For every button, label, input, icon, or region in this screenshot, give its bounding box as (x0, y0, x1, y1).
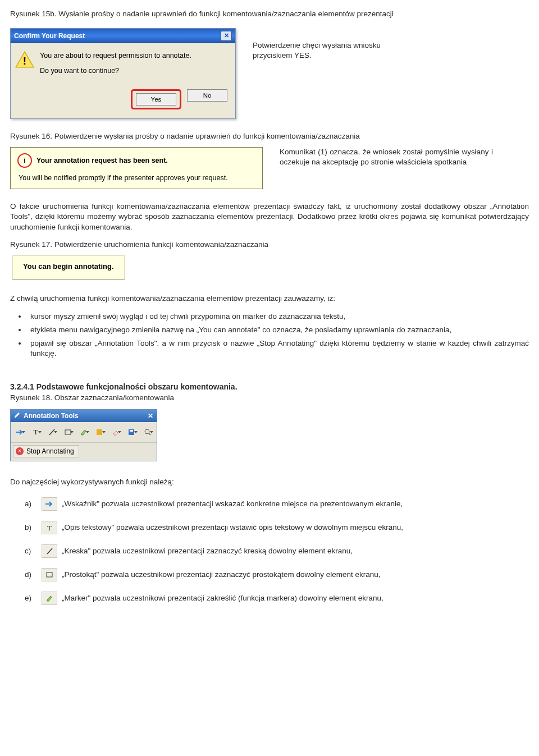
tools-row: T (11, 422, 157, 443)
stop-icon: × (16, 447, 24, 455)
yes-highlight: Yes (131, 89, 181, 109)
function-list: a) „Wskaźnik" pozwala uczestnikowi preze… (10, 497, 529, 605)
yes-button[interactable]: Yes (136, 93, 176, 106)
save-tool-icon[interactable] (124, 424, 139, 440)
dialog-text: You are about to request permission to a… (40, 51, 191, 81)
func-d: d) „Prostokąt" pozwala uczestnikowi prez… (25, 568, 529, 581)
no-button[interactable]: No (187, 89, 227, 102)
info-tooltip: i Your annotation request has been sent.… (10, 147, 263, 189)
text-e: „Marker" pozwala uczestnikowi prezentacj… (62, 593, 383, 603)
line-icon (42, 544, 57, 558)
paragraph-najcz: Do najczęściej wykorzystywanych funkcji … (10, 477, 529, 487)
eraser-tool-icon[interactable] (108, 424, 124, 440)
aside-text-2: Komunikat (1) oznacza, że wniosek został… (280, 147, 493, 167)
warning-icon: ! (15, 51, 34, 68)
func-b: b) T „Opis tekstowy" pozwala uczestnikow… (25, 521, 529, 534)
func-c: c) „Kreska" pozwala uczestnikowi prezent… (25, 544, 529, 558)
pointer-tool-icon[interactable] (12, 424, 28, 440)
text-b: „Opis tekstowy" pozwala uczestnikowi pre… (62, 523, 403, 533)
row-dialog-aside: Confirm Your Request ✕ ! You are about t… (10, 25, 529, 119)
svg-line-8 (149, 433, 150, 435)
label-d: d) (25, 570, 37, 580)
aside1-l2: przyciskiem YES. (253, 51, 312, 59)
dialog-line1: You are about to request permission to a… (40, 51, 191, 61)
dialog-line2: Do you want to continue? (40, 66, 191, 76)
highlighter-tool-icon[interactable] (76, 424, 92, 440)
svg-rect-3 (65, 430, 71, 434)
text-d: „Prostokąt" pozwala uczestnikowi prezent… (62, 570, 381, 580)
label-c: c) (25, 546, 37, 556)
zoom-tool-icon[interactable] (140, 424, 156, 440)
text-icon: T (42, 521, 57, 534)
caption-18: Rysunek 18. Obszar zaznaczania/komentowa… (10, 393, 529, 403)
pointer-icon (42, 497, 57, 511)
rectangle-tool-icon[interactable] (60, 424, 75, 440)
aside-text-1: Potwierdzenie chęci wysłania wniosku prz… (253, 25, 381, 61)
svg-rect-6 (130, 430, 133, 432)
bullet-1: kursor myszy zmienił swój wygląd i od te… (27, 311, 529, 322)
info-header: Your annotation request has been sent. (36, 156, 168, 166)
caption-16: Rysunek 16. Potwierdzenie wysłania prośb… (10, 131, 529, 141)
stop-annotating-button[interactable]: × Stop Annotating (13, 445, 79, 457)
func-a: a) „Wskaźnik" pozwala uczestnikowi preze… (25, 497, 529, 511)
info-icon: i (24, 156, 25, 165)
label-a: a) (25, 499, 37, 509)
marker-icon (42, 592, 57, 605)
paragraph-zchwila: Z chwilą uruchomienia funkcji komentowan… (10, 294, 529, 304)
rectangle-icon (42, 568, 57, 581)
aside1-l1: Potwierdzenie chęci wysłania wniosku (253, 41, 381, 49)
label-e: e) (25, 593, 37, 603)
caption-17: Rysunek 17. Potwierdzenie uruchomienia f… (10, 240, 529, 250)
stop-label: Stop Annotating (26, 447, 74, 456)
svg-line-9 (47, 548, 52, 554)
bullet-3: pojawił się obszar „Annotation Tools", a… (27, 338, 529, 359)
dialog-titlebar: Confirm Your Request ✕ (11, 29, 235, 43)
line-tool-icon[interactable] (44, 424, 60, 440)
caption-15b: Rysunek 15b. Wysłanie prośby o nadanie u… (10, 9, 529, 19)
svg-rect-4 (97, 429, 102, 435)
text-tool-icon[interactable]: T (28, 424, 43, 440)
bullet-2: etykieta menu nawigacyjnego zmieniła naz… (27, 325, 529, 335)
tools-titlebar: Annotation Tools ✕ (11, 410, 157, 422)
info-badge-highlight: i (17, 153, 32, 168)
tools-title-text: Annotation Tools (24, 411, 79, 420)
svg-line-2 (49, 429, 54, 435)
svg-text:!: ! (23, 55, 26, 67)
begin-annotating-box: You can begin annotating. (12, 255, 125, 280)
svg-point-7 (145, 429, 149, 434)
pencil-icon (14, 411, 21, 420)
annotation-tools-panel: Annotation Tools ✕ T × Stop Annotating (10, 409, 157, 461)
section-heading: 3.2.4.1 Podstawowe funkcjonalności obsza… (10, 382, 529, 392)
label-b: b) (25, 523, 37, 533)
paragraph-fact: O fakcie uruchomienia funkcji komentowan… (10, 201, 529, 232)
bullet-list: kursor myszy zmienił swój wygląd i od te… (27, 311, 529, 359)
row-info-aside: i Your annotation request has been sent.… (10, 147, 529, 189)
info-subtext: You will be notified promptly if the pre… (19, 173, 254, 183)
svg-rect-10 (47, 572, 52, 577)
text-c: „Kreska" pozwala uczestnikowi prezentacj… (62, 546, 353, 556)
text-a: „Wskaźnik" pozwala uczestnikowi prezenta… (62, 499, 403, 509)
confirm-dialog: Confirm Your Request ✕ ! You are about t… (10, 28, 236, 119)
color-tool-icon[interactable] (92, 424, 107, 440)
dialog-title: Confirm Your Request (14, 31, 85, 40)
close-icon[interactable]: ✕ (221, 31, 232, 41)
close-icon[interactable]: ✕ (148, 411, 153, 420)
func-e: e) „Marker" pozwala uczestnikowi prezent… (25, 592, 529, 605)
